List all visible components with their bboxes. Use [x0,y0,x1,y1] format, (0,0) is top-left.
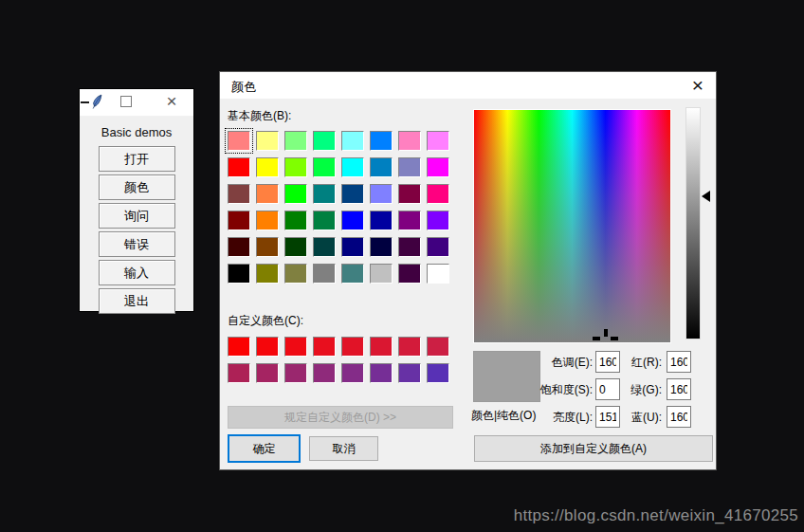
color-dialog: 颜色 × 基本颜色(B): 自定义颜色(C): 规定自定义颜色(D) >> 确定… [220,72,716,469]
color-swatch[interactable] [427,337,449,357]
error-button[interactable]: 错误 [99,231,175,257]
hue-label: 色调(E): [503,355,593,371]
color-swatch[interactable] [341,337,364,357]
color-swatch[interactable] [313,337,336,357]
color-swatch[interactable] [228,157,250,177]
color-swatch[interactable] [341,184,364,204]
ask-button[interactable]: 询问 [99,203,175,229]
color-swatch[interactable] [427,264,449,284]
ok-button[interactable]: 确定 [228,434,301,463]
color-swatch[interactable] [427,184,449,204]
color-swatch[interactable] [256,264,279,284]
input-button[interactable]: 输入 [99,260,175,285]
color-swatch[interactable] [313,184,336,204]
color-swatch[interactable] [313,211,336,230]
exit-button[interactable]: 退出 [99,288,175,314]
dialog-title: 颜色 [231,79,256,96]
color-swatch[interactable] [228,237,250,257]
dialog-titlebar[interactable]: 颜色 × [220,72,716,99]
hue-saturation-field[interactable] [473,109,671,343]
color-swatch[interactable] [284,184,307,204]
color-swatch[interactable] [256,184,279,204]
color-swatch[interactable] [228,264,250,284]
color-swatch[interactable] [284,264,307,284]
saturation-label: 饱和度(S): [503,382,593,398]
color-swatch[interactable] [284,237,307,257]
color-swatch[interactable] [398,237,421,257]
demo-window-titlebar[interactable]: × [80,89,193,117]
color-swatch[interactable] [370,337,393,357]
color-swatch[interactable] [228,184,250,204]
color-swatch[interactable] [284,337,307,357]
color-swatch[interactable] [228,131,250,151]
color-swatch[interactable] [228,211,250,230]
color-swatch[interactable] [398,131,421,151]
color-swatch[interactable] [341,363,364,383]
define-custom-colors-button: 规定自定义颜色(D) >> [228,406,453,429]
red-label: 红(R): [607,355,662,371]
color-button[interactable]: 颜色 [99,174,175,200]
demo-window: × Basic demos 打开 颜色 询问 错误 输入 退出 [79,88,194,312]
color-swatch[interactable] [370,184,393,204]
close-icon[interactable]: × [161,90,182,113]
color-swatch[interactable] [398,363,421,383]
color-swatch[interactable] [370,264,393,284]
color-swatch[interactable] [284,157,307,177]
color-swatch[interactable] [398,184,421,204]
minimize-dash-icon [81,101,89,103]
color-swatch[interactable] [341,211,364,230]
color-swatch[interactable] [256,237,279,257]
color-swatch[interactable] [398,211,421,230]
color-swatch[interactable] [370,363,393,383]
color-swatch[interactable] [228,363,250,383]
red-input[interactable] [667,351,691,373]
luminance-arrow-icon[interactable] [702,191,710,202]
cancel-button[interactable]: 取消 [309,436,378,461]
color-swatch[interactable] [427,131,449,151]
luminance-label: 亮度(L): [503,410,593,426]
blue-input[interactable] [667,406,691,428]
color-swatch[interactable] [341,264,364,284]
color-swatch[interactable] [313,363,336,383]
color-swatch[interactable] [427,237,449,257]
color-swatch[interactable] [313,131,336,151]
dialog-close-icon[interactable]: × [685,73,710,98]
color-swatch[interactable] [228,337,250,357]
demo-window-body: Basic demos 打开 颜色 询问 错误 输入 退出 [80,117,193,314]
color-swatch[interactable] [370,211,393,230]
custom-colors-grid [228,337,449,383]
watermark-url: https://blog.csdn.net/weixin_41670255 [514,506,798,525]
color-swatch[interactable] [284,211,307,230]
desktop-background: × Basic demos 打开 颜色 询问 错误 输入 退出 颜色 × 基本颜… [0,0,804,532]
color-swatch[interactable] [284,363,307,383]
color-swatch[interactable] [313,157,336,177]
color-swatch[interactable] [256,157,279,177]
color-swatch[interactable] [341,157,364,177]
color-swatch[interactable] [427,363,449,383]
color-swatch[interactable] [427,211,449,230]
color-swatch[interactable] [256,363,279,383]
custom-colors-label: 自定义颜色(C): [228,313,303,329]
color-swatch[interactable] [341,237,364,257]
green-input[interactable] [667,378,691,400]
color-swatch[interactable] [398,157,421,177]
maximize-icon[interactable] [120,96,132,107]
color-swatch[interactable] [256,337,279,357]
picker-crosshair-icon [593,337,600,340]
blue-label: 蓝(U): [607,410,662,426]
color-swatch[interactable] [370,131,393,151]
color-swatch[interactable] [341,131,364,151]
add-to-custom-colors-button[interactable]: 添加到自定义颜色(A) [474,435,713,462]
color-swatch[interactable] [256,131,279,151]
color-swatch[interactable] [313,237,336,257]
color-swatch[interactable] [398,337,421,357]
luminance-slider[interactable] [685,107,701,339]
open-button[interactable]: 打开 [99,146,175,172]
color-swatch[interactable] [313,264,336,284]
color-swatch[interactable] [370,157,393,177]
color-swatch[interactable] [284,131,307,151]
color-swatch[interactable] [398,264,421,284]
color-swatch[interactable] [427,157,449,177]
color-swatch[interactable] [370,237,393,257]
color-swatch[interactable] [256,211,279,230]
